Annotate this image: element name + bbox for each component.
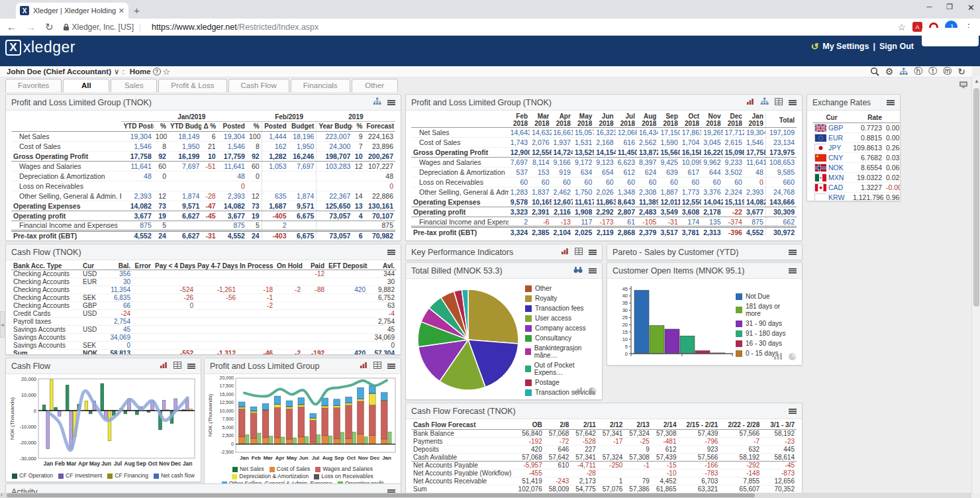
balance-link[interactable]: 6,835 xyxy=(114,294,130,302)
currency-code[interactable]: NOK xyxy=(812,162,851,172)
chart-icon[interactable] xyxy=(360,362,368,369)
balance-link[interactable]: -88 xyxy=(315,286,324,294)
balance-link[interactable]: -46 xyxy=(264,350,273,355)
pie-toggle-icon[interactable] xyxy=(588,387,597,395)
security-badge[interactable]: Xledger, Inc. [US] | xyxy=(63,23,147,32)
currency-code[interactable]: CAD xyxy=(812,182,851,192)
new-tab-button[interactable]: + xyxy=(134,5,140,16)
menu-icon[interactable] xyxy=(387,100,395,105)
pie-toggle-icon[interactable] xyxy=(788,352,797,361)
balance-link[interactable]: -2 xyxy=(295,350,301,355)
bookmark-star-icon[interactable]: ☆ xyxy=(897,22,906,32)
balance-link[interactable]: 356 xyxy=(119,270,130,278)
menu-icon[interactable] xyxy=(387,364,395,369)
m-circle-icon[interactable]: ⓜ xyxy=(943,66,952,77)
chart-icon[interactable] xyxy=(561,248,569,255)
refresh-icon[interactable]: ↻ xyxy=(957,66,965,77)
tab-favorites[interactable]: Favorites xyxy=(5,79,62,92)
currency-code[interactable]: JPY xyxy=(812,142,851,152)
menu-icon[interactable] xyxy=(789,250,797,255)
url-text[interactable]: https://www.xledger.net/Restricted/Index… xyxy=(152,23,318,32)
back-icon[interactable]: ← xyxy=(7,21,17,32)
balance-link[interactable]: -1,312 xyxy=(217,350,236,355)
balance-link[interactable]: -24 xyxy=(121,310,130,318)
menu-icon[interactable] xyxy=(589,250,597,255)
menu-icon[interactable] xyxy=(387,250,395,255)
balance-link[interactable]: -1,261 xyxy=(217,286,236,294)
table-icon[interactable] xyxy=(575,248,583,255)
menu-icon[interactable] xyxy=(589,268,597,274)
balance-link[interactable]: 66 xyxy=(123,302,130,310)
h-circle-icon[interactable]: ⓗ xyxy=(914,66,922,77)
search-icon[interactable] xyxy=(870,67,879,76)
balance-link[interactable]: -192 xyxy=(311,350,324,355)
table-icon[interactable] xyxy=(373,362,381,369)
balance-link[interactable]: 420 xyxy=(354,286,366,294)
pie-slice[interactable] xyxy=(468,289,518,344)
maximize-icon[interactable]: ❐ xyxy=(946,3,953,13)
widget-monitor-icon[interactable] xyxy=(959,79,968,91)
bar-31-90-days[interactable] xyxy=(665,329,679,354)
currency-code[interactable]: EUR xyxy=(812,132,851,142)
sitemap-icon[interactable] xyxy=(373,97,381,105)
currency-code[interactable]: CNY xyxy=(812,152,851,162)
menu-icon[interactable] xyxy=(187,364,195,369)
currency-code[interactable]: GBP xyxy=(812,123,851,132)
vertical-scrollbar-thumb[interactable] xyxy=(973,88,979,307)
bar-toggle-icon[interactable] xyxy=(773,352,783,360)
menu-icon[interactable] xyxy=(887,100,895,105)
sitemap-icon[interactable] xyxy=(760,97,769,105)
gear-icon[interactable]: ⚙ xyxy=(885,66,894,77)
balance-link[interactable]: -524 xyxy=(180,286,193,294)
panel-collapse-handle[interactable]: ◄ xyxy=(0,311,5,338)
current-user[interactable]: John Doe (Chief Accountant) xyxy=(7,68,111,75)
tab-sales[interactable]: Sales xyxy=(111,79,157,92)
table-icon[interactable] xyxy=(173,362,181,369)
balance-link[interactable]: 58,813 xyxy=(110,350,130,355)
reload-icon[interactable]: ↻ xyxy=(45,21,54,33)
balance-link[interactable]: -56 xyxy=(226,294,236,302)
close-icon[interactable]: ✕ xyxy=(967,3,975,13)
balance-link[interactable]: 0 xyxy=(126,342,130,350)
balance-link[interactable]: 45 xyxy=(123,326,130,334)
tab-all[interactable]: All xyxy=(63,79,109,92)
tab-financials[interactable]: Financials xyxy=(291,79,350,92)
bar-not-due[interactable] xyxy=(634,290,649,354)
chevron-down-icon[interactable]: ∨ xyxy=(114,67,119,76)
pdf-extension-icon[interactable]: A xyxy=(912,22,922,32)
sign-out-link[interactable]: Sign Out xyxy=(879,42,914,51)
currency-code[interactable]: KRW xyxy=(812,192,851,201)
balance-link[interactable]: -12 xyxy=(315,270,324,278)
menu-icon[interactable] xyxy=(789,409,797,414)
help-icon[interactable]: ? xyxy=(153,68,161,75)
breadcrumb[interactable]: Home xyxy=(130,68,151,75)
balance-link[interactable]: 420 xyxy=(354,350,366,355)
balance-link[interactable]: 30 xyxy=(123,278,130,286)
tab-other[interactable]: Other xyxy=(352,79,398,92)
tab-cash-flow[interactable]: Cash Flow xyxy=(228,79,289,92)
table-icon[interactable] xyxy=(775,98,783,105)
balance-link[interactable]: 34,069 xyxy=(110,334,130,342)
bar-91-180-days[interactable] xyxy=(680,336,695,354)
my-settings-link[interactable]: My Settings xyxy=(822,42,869,51)
tab-close-icon[interactable]: ✕ xyxy=(119,7,124,15)
chart-icon[interactable] xyxy=(746,98,754,105)
xledger-logo[interactable]: X xledger xyxy=(5,38,75,56)
tab-profit-loss[interactable]: Profit & Loss xyxy=(158,79,226,92)
header-search-box[interactable] xyxy=(922,28,979,46)
t-circle-icon[interactable]: ⓣ xyxy=(928,66,937,77)
bar-181-days-or-more[interactable] xyxy=(650,326,664,354)
balance-link[interactable]: 0 xyxy=(189,302,193,310)
currency-code[interactable]: MXN xyxy=(812,172,851,182)
bar-toggle-icon[interactable] xyxy=(573,387,583,395)
balance-link[interactable]: -2 xyxy=(267,302,273,310)
balance-link[interactable]: -1 xyxy=(267,294,273,302)
forward-icon[interactable]: → xyxy=(26,21,36,32)
balance-link[interactable]: -18 xyxy=(264,286,273,294)
binoculars-icon[interactable] xyxy=(573,266,583,274)
browser-tab[interactable]: X Xledger | Xledger Holding | Bank ✕ xyxy=(16,3,128,19)
balance-link[interactable]: 2,754 xyxy=(114,318,130,326)
scroll-up-icon[interactable]: ▲ xyxy=(974,78,979,84)
favorite-page-star-icon[interactable]: ☆ xyxy=(163,67,171,77)
vertical-scrollbar[interactable]: ▲ xyxy=(971,76,980,493)
